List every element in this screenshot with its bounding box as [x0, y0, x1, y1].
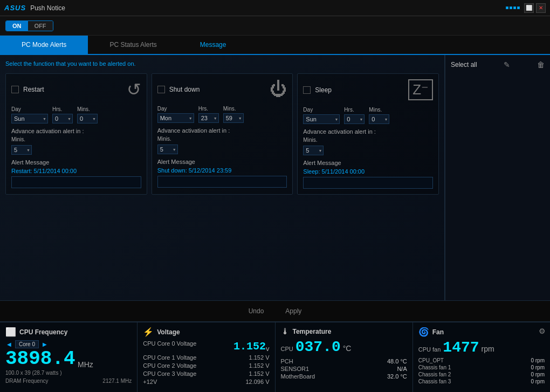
- delete-icon[interactable]: 🗑: [537, 60, 545, 69]
- fan-main-val: 1477: [443, 340, 479, 355]
- voltage-row-1: CPU Core 1 Voltage 1.152 V: [143, 354, 269, 361]
- restart-hrs-dropdown[interactable]: 01223: [52, 114, 73, 123]
- sleep-advance-mins-label: Minis.: [303, 137, 317, 143]
- restore-button[interactable]: ⬜: [524, 3, 534, 13]
- shutdown-advance-dropdown[interactable]: 511015: [157, 145, 178, 154]
- chassis1-label: Chassis fan 1: [418, 365, 451, 370]
- mobo-val: 32.0 °C: [387, 373, 407, 380]
- sleep-mins-dropdown[interactable]: 0559: [369, 114, 389, 124]
- sleep-advance-text: Advance activation alert in :: [303, 128, 433, 135]
- sleep-header: Sleep Z⁻: [303, 79, 433, 100]
- v3-val: 1.152 V: [249, 370, 270, 377]
- sleep-hrs-dropdown[interactable]: 0123: [344, 114, 365, 124]
- sleep-msg-blue: Sleep: 5/11/2014 00:00: [303, 168, 433, 175]
- stats-bar: ⬜ CPU Frequency ◀ Core 0 ▶ 3898.4 MHz 10…: [0, 322, 550, 392]
- pch-val: 48.0 °C: [387, 358, 407, 365]
- apply-button[interactable]: Apply: [285, 307, 301, 315]
- restart-card: Restart ↺ Day SunMonTueWedThuFriSat Hrs.: [5, 73, 147, 195]
- asus-logo: ASUS: [4, 4, 26, 12]
- temp-title: Temperature: [293, 328, 332, 335]
- grid-dot-4: [517, 6, 520, 9]
- shutdown-msg-input[interactable]: [157, 176, 287, 188]
- chassis2-label: Chassis fan 2: [418, 372, 451, 377]
- restart-advance-dropdown[interactable]: 51231015: [11, 145, 32, 155]
- voltage-main-val: 1.152: [233, 340, 266, 353]
- shutdown-msg-label: Alert Message: [157, 159, 287, 165]
- chassis3-val: 0 rpm: [531, 379, 545, 384]
- cpu-freq-value: 3898.4: [5, 348, 75, 370]
- cpu-opt-label: CPU_OPT: [418, 357, 444, 363]
- restart-mins-dropdown[interactable]: 051059: [77, 114, 98, 123]
- shutdown-label: Shut down: [169, 86, 266, 93]
- sleep-label: Sleep: [315, 86, 404, 94]
- shutdown-day-dropdown[interactable]: SunMonTueWedThuFriSat: [157, 113, 194, 123]
- off-button[interactable]: OFF: [28, 21, 53, 31]
- v1-label: CPU Core 1 Voltage: [143, 354, 196, 361]
- tab-message[interactable]: Message: [178, 36, 248, 54]
- mobo-label: MotherBoard: [281, 373, 315, 380]
- fan-row-4: Chassis fan 3 0 rpm: [418, 379, 545, 384]
- day-label-restart: Day: [11, 106, 48, 112]
- fan-main-label: CPU fan: [418, 346, 441, 353]
- shutdown-mins-dropdown[interactable]: 0559: [223, 113, 244, 123]
- cpu-freq-display: 3898.4 MHz: [5, 349, 132, 369]
- mins-label-shutdown: Mins.: [223, 106, 244, 112]
- mins-label-sleep: Mins.: [369, 107, 389, 113]
- tab-pc-status-alerts[interactable]: PC Status Alerts: [88, 36, 178, 54]
- cpu-icon: ⬜: [5, 327, 16, 337]
- v1-val: 1.152 V: [249, 354, 270, 361]
- shutdown-icon: ⏻: [270, 79, 287, 99]
- restart-schedule: Day SunMonTueWedThuFriSat Hrs. 01223: [11, 106, 141, 123]
- shutdown-schedule: Day SunMonTueWedThuFriSat Hrs. 0123: [157, 106, 287, 123]
- restart-header: Restart ↺: [11, 79, 141, 100]
- temp-row-1: PCH 48.0 °C: [281, 358, 407, 365]
- v4-label: +12V: [143, 379, 157, 385]
- select-all-row: Select all ✎ 🗑: [451, 60, 545, 69]
- sleep-advance-dropdown[interactable]: 511015: [303, 146, 324, 155]
- fan-main-unit: rpm: [482, 345, 494, 353]
- sleep-day-dropdown[interactable]: SunMonTue: [303, 114, 340, 124]
- cpu-prev-arrow[interactable]: ◀: [5, 341, 13, 347]
- voltage-main-unit: v: [266, 345, 270, 353]
- shutdown-checkbox[interactable]: [157, 86, 165, 93]
- shutdown-advance-text: Advance activation alert in :: [157, 127, 287, 134]
- cpu-section: ⬜ CPU Frequency ◀ Core 0 ▶ 3898.4 MHz 10…: [0, 322, 138, 392]
- sleep-checkbox[interactable]: [303, 86, 311, 94]
- edit-icon[interactable]: ✎: [504, 60, 510, 69]
- main-content: Select the function that you want to be …: [0, 55, 550, 300]
- sleep-msg-label: Alert Message: [303, 160, 433, 166]
- select-all-label: Select all: [451, 61, 477, 68]
- close-button[interactable]: ✕: [536, 3, 546, 13]
- dram-row: DRAM Frequency 2127.1 MHz: [5, 378, 132, 384]
- sleep-mins-row: Minis.: [303, 137, 433, 144]
- cpu-next-arrow[interactable]: ▶: [41, 341, 49, 347]
- voltage-row-2: CPU Core 2 Voltage 1.152 V: [143, 362, 269, 369]
- power-toggle[interactable]: ON OFF: [5, 20, 53, 31]
- cpu-freq-unit: MHz: [78, 360, 93, 369]
- restart-msg-blue: Restart: 5/11/2014 00:00: [11, 168, 141, 174]
- v3-label: CPU Core 3 Voltage: [143, 370, 196, 377]
- gear-icon[interactable]: ⚙: [539, 327, 546, 335]
- restart-advance-text: Advance activation alert in :: [11, 128, 141, 134]
- shutdown-card: Shut down ⏻ Day SunMonTueWedThuFriSat Hr…: [152, 73, 293, 195]
- sleep-msg-input[interactable]: [303, 177, 433, 189]
- sensor1-val: N/A: [397, 366, 407, 372]
- restart-day-dropdown[interactable]: SunMonTueWedThuFriSat: [11, 114, 48, 123]
- sleep-card: Sleep Z⁻ Day SunMonTue Hrs.: [297, 73, 439, 195]
- pch-label: PCH: [281, 358, 293, 365]
- restart-mins-row: Minis.: [11, 136, 141, 143]
- shutdown-hrs-dropdown[interactable]: 0123: [198, 113, 219, 123]
- tab-pc-mode-alerts[interactable]: PC Mode Alerts: [0, 36, 88, 54]
- temp-row-3: MotherBoard 32.0 °C: [281, 373, 407, 380]
- fan-title: Fan: [432, 328, 444, 336]
- temp-cpu-unit: °C: [343, 344, 352, 353]
- restart-msg-label: Alert Message: [11, 159, 141, 166]
- restart-checkbox[interactable]: [11, 86, 19, 93]
- chassis1-val: 0 rpm: [531, 365, 545, 370]
- restart-msg-input[interactable]: [11, 176, 141, 188]
- dram-value: 2127.1 MHz: [102, 378, 132, 384]
- app-title: Push Notice: [30, 4, 506, 12]
- mins-label-restart: Mins.: [77, 106, 98, 112]
- undo-button[interactable]: Undo: [249, 307, 264, 315]
- on-button[interactable]: ON: [6, 21, 28, 31]
